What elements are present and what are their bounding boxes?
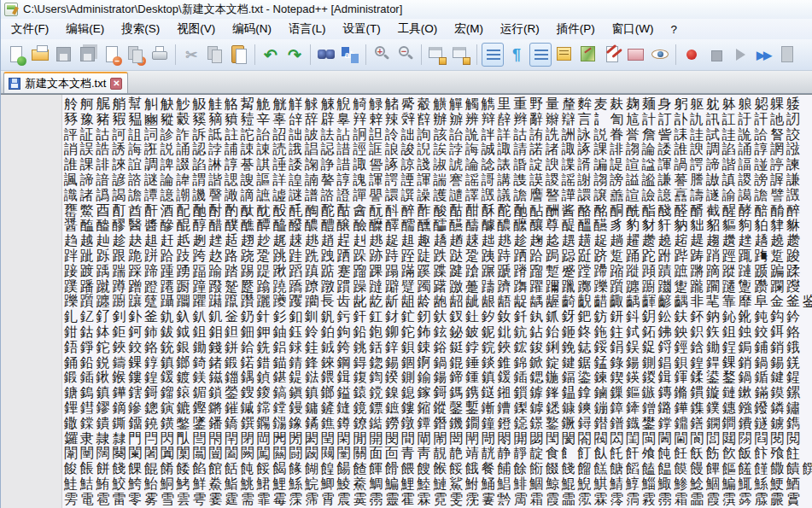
- macro-play-icon[interactable]: [728, 43, 751, 67]
- title-bar: C:\Users\Administrator\Desktop\新建文本文档.tx…: [1, 0, 812, 19]
- text-line-26: 鮭鮚鮪鮫鮬鮐鮦鮳鮮鮝鮨鮡鮶鯉鯀鯇鯽鯪鯗鯛鯿鯉鯥鰱鯊鮒鯒鯧鯡鯝鯨鯤鯢鯕鯖鯙鯔鯫鯵鯰…: [64, 476, 812, 492]
- find-icon[interactable]: [315, 43, 337, 67]
- text-line-1: 舲舸艉艄幫觓觖觘觙觟觡觢觤觥觧觩觫觬觭觮觰觱觳觵觶觸觹里重野量釐麰麦麸麹麺身躬躯…: [64, 96, 812, 112]
- close-all-icon[interactable]: −: [125, 43, 147, 67]
- menu-bar: 文件(F)编辑(E)搜索(S)视图(V)编码(N)语言(L)设置(T)工具(O)…: [1, 19, 812, 39]
- toolbar-separator: [421, 44, 422, 65]
- toolbar: −−✂↶↷ab+−¶▶▶: [1, 39, 812, 71]
- minus-badge: −: [113, 56, 122, 66]
- text-line-19: 鍛鍤鍬鍭鏤鍠鍰鍍鎂鎡鍿鍝鍞鍖鍉鍅鍡鍓鍑鍧鍨鍘鍮鍚鍗鍾鎮鍰鍤鍶鍦鍢鍌鍊鍥鍈鍐鍓鍕鍒…: [64, 370, 812, 385]
- menu-item-1[interactable]: 编辑(E): [57, 19, 113, 39]
- menu-item-6[interactable]: 设置(T): [335, 19, 389, 39]
- menu-item-7[interactable]: 工具(O): [389, 19, 447, 39]
- toolbar-separator: [310, 44, 311, 65]
- text-line-2: 豩豫豬豭豱豳豵豰豯豴豶豷辛辜辝辞辟辠辡辢辣辤辥辦辧辨辩辪辫辭辮辯言訁訇訄計訂訃訅…: [64, 112, 812, 127]
- text-line-25: 餕餦餅餞餜餛餚餧餡館餂飩餒餲餯餬餭餳餷餫餶餵餿餱餒餓餐餔餘餰餟餞餾餻餹饀饁饂饃饅…: [64, 461, 812, 476]
- text-line-3: 評証詁訶詛詞診詐訴詆註詑詒詔詘詖詓詀詗詚詅詘詢該詒詤詊詳詁詴詵詶詠説眷誉詹訾誄詿…: [64, 127, 812, 143]
- zoom-in-icon-glyph: +: [369, 39, 391, 63]
- save-icon[interactable]: [53, 43, 75, 67]
- function-list-icon[interactable]: [553, 43, 575, 67]
- text-line-11: 跘跐跞跟跪跰跲跂跨赼路跷跫跳跬跣跩跴跺跡跱跮跿跌跶跫跠跱跴跲跼跽跹跻踅踊跎跗跸踌…: [64, 248, 812, 264]
- tab-新建文本文档.txt[interactable]: 新建文本文档.txt✕: [3, 72, 128, 93]
- text-area[interactable]: 舲舸艉艄幫觓觖觘觙觟觡觢觤觥觧觩觫觬觭觮觰觱觳觵觶觸觹里重野量釐麰麦麸麹麺身躬躯…: [62, 95, 812, 508]
- tab-close-icon[interactable]: ✕: [110, 78, 122, 90]
- text-line-18: 銿鉛鋭鑄錁錞鎮鎯錡鍺鍛鍩錯錨錆鋒錸鋼鍀鍃錫錮錒鍋錕錘錟錐錦鍁錠鍵鋸錳錄鍚鍘錩鋇鍠…: [64, 355, 812, 371]
- menu-item-0[interactable]: 文件(F): [3, 19, 57, 39]
- menu-item-9[interactable]: 运行(R): [492, 19, 548, 39]
- document-switcher-icon[interactable]: [601, 43, 623, 67]
- document-map-icon[interactable]: [577, 43, 599, 67]
- text-line-15: 釓釔釕釗釙釜釚釞釟釠釡釢針釤釦釧釩釫釬釭釮釯釰釱釵釷釸釹釺釻釽釾鈀鈁鈃鈄鈅鈆鈇鈈…: [64, 309, 812, 324]
- sync-vertical-icon[interactable]: [426, 43, 448, 67]
- copy-icon[interactable]: [204, 43, 226, 67]
- undo-icon[interactable]: ↶: [260, 43, 282, 67]
- menu-item-3[interactable]: 视图(V): [168, 19, 224, 39]
- text-line-7: 識諸譌謁譫譚譩謿譏謦譀謫謶譃謎譜諮證譂譻譞譔譟護譴譯譭議譫譍譥譁譞譲譱諠譣譩譶譸…: [64, 188, 812, 203]
- undo-icon-glyph: ↶: [260, 43, 282, 67]
- macro-record-icon[interactable]: [681, 43, 703, 67]
- sync-horizontal-icon[interactable]: [450, 43, 472, 67]
- macro-run-multiple-icon[interactable]: ▶▶: [752, 43, 774, 67]
- project-panel-icon[interactable]: [625, 43, 647, 67]
- save-all-icon[interactable]: [77, 43, 99, 67]
- text-line-13: 蹼蹯蹴蹲蹭蹬蹮蹰蹱蹳蹵蹷蹹蹺蹻蹽蹾躀躁躂躃躄躅躇躈躉躊躋躌躍躎躐躑躒躓躔躕躖躗躘…: [64, 279, 812, 295]
- text-line-22: 鏾鏿鐀鐁鐂鐃鐄鐅鐆鐇鐈鐉鐊鐋鐌鐍鐎鐏鐐鐑鐒鐓鐔鐕鐖鐗鐘鐙鐚鐛鐜鐝鐞鐟鐠鐡鐢鐣鐤鐥…: [64, 416, 812, 431]
- close-icon[interactable]: −: [101, 43, 123, 67]
- text-line-5: 誰課誹誺誼調諀諁諂諃諄諅諆諈諉諊諍諎諏諐諑諒諓諔諕論諗諘諙諚諛諜諝諞諟諠諡諢諣諤…: [64, 157, 812, 172]
- saved-floppy-icon: [9, 78, 20, 90]
- plus-badge: [17, 56, 26, 66]
- menu-item-12[interactable]: ?: [662, 20, 686, 38]
- text-line-14: 躒躓躔躕躟躠躡躢躣躤躥躦躧躨躩躪長齿龀龁龂龃龄龅龆龇龈龉龊龋龌齮齯齰齱齲齳齴齵非…: [64, 294, 812, 309]
- print-icon[interactable]: [149, 43, 171, 67]
- text-line-20: 鎕鎢鎮鏵鎋鎶鎦鎄鎇鎖鎣鎪鎫鎬鎭鎮鎯鎰鎱鎲鎳鎴鎵鎶鎷鎸鎹鎺鎻鎼鎽鎾鎿鏀鏁鏂鏃鏄鏅鏆…: [64, 385, 812, 400]
- redo-icon[interactable]: ↷: [283, 43, 306, 67]
- window-title: C:\Users\Administrator\Desktop\新建文本文档.tx…: [23, 2, 402, 17]
- text-line-4: 誚誤誥誘誨誑説誦認誖誧誎諌読誐誯誋諎誙誆誏誜誽誒誖誨誠諏請諾諸諏諑課誹謅論諉誰諛…: [64, 142, 812, 157]
- cut-icon[interactable]: ✂: [180, 43, 202, 67]
- menu-item-5[interactable]: 语言(L): [280, 19, 335, 39]
- open-file-icon[interactable]: [29, 43, 51, 67]
- tab-label: 新建文本文档.txt: [25, 76, 106, 91]
- text-line-24: 闈闉闊闋闌闍闐闑闒闓闔闕闖闗闘闙闚闛關面靣青靑靚靘靖靗静靜靛食飠飣飤飥飦飧飩飪飫…: [64, 446, 812, 461]
- menu-item-11[interactable]: 窗口(W): [604, 19, 663, 39]
- text-line-27: 雱電雹雷零雾雪雲雩霎霆需霏霉霂霈霄震霙霛靈霍霖霓雯霃霋霒霌霜霞霝霐霖霗霘霚霛霜霝…: [64, 492, 812, 507]
- toolbar-separator: [365, 44, 366, 65]
- menu-item-2[interactable]: 搜索(S): [113, 19, 168, 39]
- menu-item-4[interactable]: 编码(N): [224, 19, 280, 39]
- editor-margin: [1, 95, 62, 508]
- new-file-icon[interactable]: [5, 43, 27, 67]
- word-wrap-icon[interactable]: [482, 43, 504, 67]
- toolbar-separator: [476, 44, 477, 65]
- text-line-10: 趋越赸趁赽趄赶赿趔趖趏趐赻趘趚趒趙趕赳趒趗趄趣趫趥趚趉趒趁趜趝趩趪趗趟趯趱趬趤趧…: [64, 233, 812, 248]
- text-line-6: 諷諦諳諺諮謎論諱謂諧諰謏謳詳諻諵謷諄謉諢諤諲諢諯謇謡謌講謢謨謖謡謝謅謗謚謐謙謩謄…: [64, 172, 812, 188]
- text-line-17: 鋙錚鉈鋏鉸鉻銃銀鋤錢鉼鉿銑鋁銶銈銊銙銚銛鋅鋇鋉鋊鋌鋍鋎鋏鋐鋑鋓鋔鋕鋖鋗鋘鋜鋝鋞鋡…: [64, 340, 812, 355]
- zoom-in-icon[interactable]: +: [371, 43, 393, 67]
- menu-item-8[interactable]: 宏(M): [446, 19, 492, 39]
- cut-icon-glyph: ✂: [180, 43, 202, 67]
- monitoring-icon[interactable]: [649, 43, 671, 67]
- text-line-12: 踥踱踽踹踩蹄踵踴踾踰踏踢踶踿蹈蹎踮蹇蹓踝蹋蹣蹊蹀踺蹌蹍蹏蹐蹓蹔蹙蹚蹛蹜蹝蹞蹟蹠蹡…: [64, 264, 812, 279]
- indent-guide-icon[interactable]: [529, 43, 552, 67]
- notepad-plus-plus-window: C:\Users\Administrator\Desktop\新建文本文档.tx…: [0, 0, 812, 508]
- replace-icon[interactable]: ab: [339, 43, 361, 67]
- show-all-characters-icon[interactable]: ¶: [505, 43, 528, 67]
- toolbar-separator: [675, 44, 676, 65]
- redo-icon-glyph: ↷: [283, 43, 306, 67]
- text-line-16: 鉗鈷鉢鉅鈳鈰鈸鉞鉏鉬鉭鈿鉀鈾鈺鈴鉑鉤鉛鉋鉚鉈鈽鉉鉍鈹鈮鉳鈧鉆鈶鉔鉖鉇鉒鉽鉐鉘鉠鉙…: [64, 324, 812, 340]
- text-line-9: 醤醢醠醪醫醬醦醌醇醋醭醮醰醯醱醲醴醸醶醾醳醹醺醽醼醻醵醲醿釀尊醍醞醼豸豹豺豻豽貀…: [64, 218, 812, 233]
- editor-area: 舲舸艉艄幫觓觖觘觙觟觡觢觤觥觧觩觫觬觭觮觰觱觳觵觶觸觹里重野量釐麰麦麸麹麺身躬躯…: [1, 94, 812, 508]
- show-all-characters-icon-glyph: ¶: [505, 43, 528, 67]
- zoom-out-icon-glyph: −: [393, 39, 415, 63]
- macro-save-icon[interactable]: [776, 43, 798, 67]
- text-line-21: 鏎鏏鏐鏑鏒鏓鏔鏕鏗鏘鏙鏚鏛鏜鏝鏞鏟鏠鏡鏢鏣鏤鏥鏦鏧鏨鏩鏪鏫鏬鏭鏮鏯鏰鏱鏲鏳鏴鏵鏶…: [64, 400, 812, 416]
- tab-bar: 新建文本文档.txt✕: [1, 71, 812, 94]
- text-line-8: 罋鱉酉酊酋酐酒配酏酎酌酞酖酘酕醄酡酤酓酛酙醉酢酸酤酣酥酡酏酟酬酱酪酩酮酰酯醆醛醑…: [64, 203, 812, 219]
- macro-stop-icon[interactable]: [704, 43, 727, 67]
- toolbar-separator: [254, 44, 255, 65]
- replace-icon-glyph: ab: [339, 43, 361, 67]
- menu-item-10[interactable]: 插件(P): [548, 19, 604, 39]
- paste-icon[interactable]: [228, 43, 250, 67]
- text-line-23: 鑼隶隷隸門閂閃閄閆閇閈閉閊閌閍閎閏閑閒開閔間閘閙閚閛閜閝閞閟閠閡閤閥閦閨閩閪閫閬…: [64, 431, 812, 447]
- minus-badge: −: [137, 56, 146, 66]
- zoom-out-icon[interactable]: −: [394, 43, 417, 67]
